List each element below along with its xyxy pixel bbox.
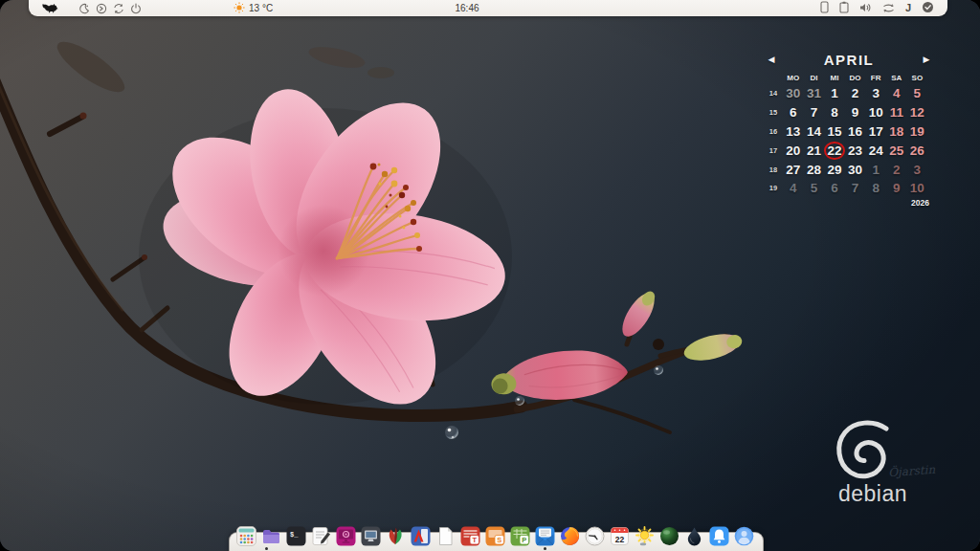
calendar-day[interactable]: 16 [845, 122, 866, 142]
calendar-day[interactable]: 23 [845, 141, 866, 160]
calendar-day[interactable]: 7 [845, 179, 866, 198]
night-mode-icon[interactable] [78, 3, 90, 14]
running-indicator [265, 547, 268, 550]
calendar-day[interactable]: 3 [865, 84, 886, 103]
calendar-day[interactable]: 26 [907, 141, 928, 160]
top-panel: 13 °C 16:46 [29, 0, 947, 16]
calendar-day[interactable]: 13 [783, 122, 804, 142]
calendar-day[interactable]: 19 [907, 122, 928, 142]
green-globe-icon[interactable] [658, 525, 680, 547]
file-manager-icon[interactable] [260, 525, 282, 547]
shutdown-icon[interactable] [130, 3, 142, 14]
calendar-day[interactable]: 30 [845, 160, 866, 179]
calendar-month-title: APRIL [779, 52, 919, 68]
clipboard-icon[interactable] [839, 0, 849, 17]
today-ring: 22 [824, 142, 845, 160]
calendar-day[interactable]: 21 [804, 141, 825, 160]
calendar-day[interactable]: 18 [886, 122, 907, 142]
calendar-day[interactable]: 9 [845, 103, 866, 122]
transfer-arrows-icon[interactable] [882, 0, 895, 17]
calendar-day[interactable]: 1 [865, 160, 886, 179]
calendar-day[interactable]: 8 [824, 103, 845, 122]
calendar-day[interactable]: 2 [845, 84, 866, 103]
presentations-icon[interactable]: S [484, 525, 506, 547]
calendar-day[interactable]: 20 [783, 141, 804, 160]
planmaker-icon[interactable]: P [509, 525, 531, 547]
calendar-day[interactable]: 11 [886, 103, 907, 122]
calendar-widget: ◀ APRIL ▶ MODIMIDOFRSASO1430311234515678… [764, 48, 934, 198]
updates-check-icon[interactable] [922, 0, 934, 17]
jdownloader-icon[interactable]: J [905, 3, 911, 13]
calendar-year-label: 2026 [911, 198, 929, 208]
calendar-day[interactable]: 29 [824, 160, 845, 179]
calendar-day[interactable]: 28 [804, 160, 825, 179]
calendar-day[interactable]: 9 [886, 179, 907, 198]
svg-text:S: S [497, 536, 501, 544]
water-drop-icon[interactable] [683, 525, 705, 547]
debian-wordmark: debian [838, 481, 907, 506]
blank-document-icon[interactable] [434, 525, 457, 547]
restart-icon[interactable] [113, 3, 124, 14]
text-editor-icon[interactable] [310, 525, 332, 547]
screenshot-tool-icon[interactable] [335, 525, 357, 547]
textmaker-icon[interactable]: T [459, 525, 481, 547]
phone-icon[interactable] [820, 0, 829, 17]
pdf-reader-icon[interactable] [410, 525, 432, 547]
calendar-week-number: 19 [764, 179, 783, 198]
calendar-day[interactable]: 4 [783, 179, 804, 198]
notifications-icon[interactable] [708, 525, 730, 547]
calendar-day[interactable]: 24 [865, 141, 886, 160]
calendar-day[interactable]: 4 [886, 84, 907, 103]
dock-items: $_ [229, 525, 762, 547]
calendar-day[interactable]: 30 [783, 84, 804, 103]
calendar-week-number: 14 [764, 84, 783, 103]
app-launcher-icon[interactable] [235, 525, 257, 547]
calendar-day[interactable]: 12 [907, 103, 928, 122]
svg-text:P: P [522, 536, 526, 544]
sun-icon [234, 2, 245, 15]
calendar-day[interactable]: 6 [783, 103, 804, 122]
calendar-day[interactable]: 5 [804, 179, 825, 198]
calendar-app-icon[interactable]: 22 [609, 525, 631, 547]
clock-app-icon[interactable] [584, 525, 606, 547]
weather-app-icon[interactable] [634, 525, 656, 547]
calendar-day[interactable]: 17 [865, 122, 886, 142]
calendar-day-header: MI [824, 71, 845, 84]
calendar-day[interactable]: 6 [824, 179, 845, 198]
firefox-icon[interactable] [559, 525, 581, 547]
calendar-day[interactable]: 1 [824, 84, 845, 103]
calendar-day[interactable]: 10 [865, 103, 886, 122]
calendar-day[interactable]: 27 [783, 160, 804, 179]
calendar-day[interactable]: 3 [907, 160, 928, 179]
calendar-day-header: SA [886, 71, 907, 84]
mail-icon[interactable] [534, 525, 556, 547]
calendar-prev-month-button[interactable]: ◀ [764, 55, 779, 64]
running-indicator [544, 547, 546, 550]
calendar-day-header: FR [865, 71, 886, 84]
calendar-day[interactable]: 31 [804, 84, 825, 103]
calendar-next-month-button[interactable]: ▶ [919, 55, 934, 64]
clock-label[interactable]: 16:46 [438, 0, 496, 16]
calendar-day[interactable]: 14 [804, 122, 825, 142]
cat-icon[interactable] [41, 0, 58, 16]
calendar-day[interactable]: 7 [804, 103, 825, 122]
weather-applet[interactable]: 13 °C [234, 0, 273, 16]
calendar-day[interactable]: 5 [907, 84, 928, 103]
volume-icon[interactable] [859, 0, 872, 17]
calendar-week-number: 16 [764, 122, 783, 142]
contacts-icon[interactable] [733, 525, 755, 547]
calendar-day[interactable]: 2 [886, 160, 907, 179]
calendar-day-header: DI [804, 71, 825, 84]
calendar-day[interactable]: 8 [865, 179, 886, 198]
calendar-day-today[interactable]: 22 [824, 141, 845, 160]
calendar-day[interactable]: 15 [824, 122, 845, 142]
calendar-day[interactable]: 10 [907, 179, 928, 198]
calendar-week-number: 18 [764, 160, 783, 179]
terminal-icon[interactable]: $_ [285, 525, 307, 547]
photo-editor-leaf-icon[interactable] [385, 525, 407, 547]
weather-temp: 13 °C [249, 3, 273, 13]
logout-icon[interactable] [96, 3, 107, 14]
system-monitor-icon[interactable] [360, 525, 382, 547]
svg-text:22: 22 [615, 535, 625, 544]
calendar-day[interactable]: 25 [886, 141, 907, 160]
